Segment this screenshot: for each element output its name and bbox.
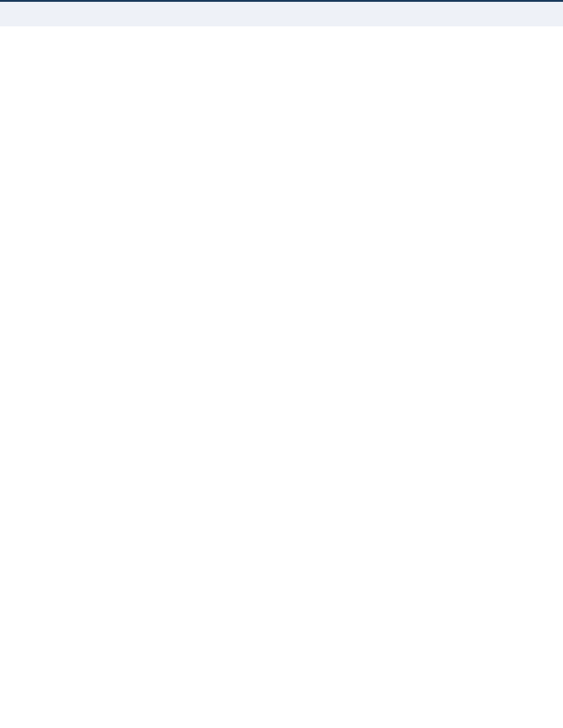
top-bar [0,0,563,26]
